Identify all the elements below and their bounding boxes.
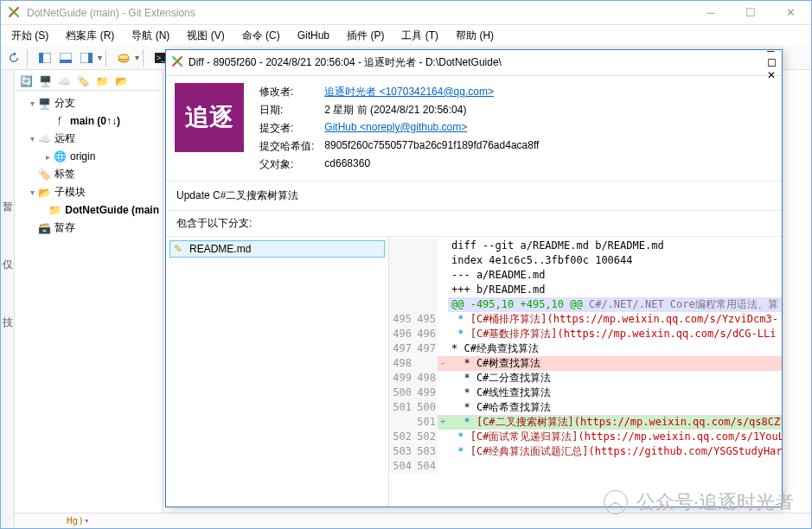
globe-icon: 🌐 <box>53 150 67 163</box>
menu-tools[interactable]: 工具 (T) <box>394 26 445 46</box>
stash-button[interactable] <box>114 48 133 67</box>
minimize-button[interactable]: ─ <box>700 3 721 22</box>
monitor-icon: 🖥️ <box>37 97 51 111</box>
tree-stash[interactable]: 🗃️暂存 <box>16 219 161 237</box>
layout3-button[interactable] <box>77 48 96 67</box>
file-name: README.md <box>189 243 251 255</box>
tree-remotes[interactable]: ▾☁️远程 <box>16 130 161 148</box>
menu-repository[interactable]: 档案库 (R) <box>59 26 121 46</box>
label-committer: 提交者: <box>254 119 319 137</box>
diff-app-icon <box>171 55 183 70</box>
main-titlebar: DotNetGuide (main) - Git Extensions ─ ☐ … <box>1 1 811 25</box>
date-value: 2 星期 前 (2024/8/21 20:56:04) <box>319 101 544 119</box>
layout1-button[interactable] <box>35 48 54 67</box>
tree-tags[interactable]: 🏷️标签 <box>16 165 161 183</box>
sb-cloud-icon[interactable]: ☁️ <box>55 73 73 89</box>
menu-commands[interactable]: 命令 (C) <box>235 26 287 46</box>
left-strip: 暂 仅 技 <box>1 70 15 528</box>
sidebar: 🔄 🖥️ ☁️ 🏷️ 📁 📂 ▾🖥️分支 ᚶmain (0↑↓) ▾☁️远程 ▸… <box>15 70 163 528</box>
sb-tag-icon[interactable]: 🏷️ <box>74 73 92 89</box>
hash-value: 8905f260c7550577ba26c91f189fd76ad4aca8ff <box>319 137 544 156</box>
tree-main-branch[interactable]: ᚶmain (0↑↓) <box>16 112 161 130</box>
diff-file-item[interactable]: ✎ README.md <box>169 240 385 258</box>
refresh-button[interactable] <box>4 48 23 67</box>
diff-window: Diff - 8905f260 - 2024/8/21 20:56:04 - 追… <box>165 49 783 507</box>
parent-value: cd668360 <box>319 156 544 174</box>
tree-origin[interactable]: ▸🌐origin <box>16 148 161 165</box>
label-date: 日期: <box>254 101 319 119</box>
tree-branches[interactable]: ▾🖥️分支 <box>16 94 161 112</box>
label-hash: 提交哈希值: <box>254 137 319 156</box>
svg-point-7 <box>118 54 129 60</box>
svg-rect-3 <box>60 60 72 63</box>
diff-minimize-button[interactable]: ─ <box>767 45 777 57</box>
tree-submodule-item[interactable]: 📁DotNetGuide (main <box>16 201 161 219</box>
watermark: ෴ 公众号·追逐时光者 <box>604 489 794 515</box>
tag-icon: 🏷️ <box>37 168 51 182</box>
sb-folder-icon[interactable]: 📁 <box>93 73 111 89</box>
menu-view[interactable]: 视图 (V) <box>180 26 231 46</box>
diff-files-panel: ✎ README.md <box>166 237 389 507</box>
diff-info: 修改者:追逐时光者 <1070342164@qq.com> 日期:2 星期 前 … <box>254 83 773 174</box>
close-button[interactable]: ✕ <box>780 3 801 22</box>
folder-icon: 📁 <box>48 203 61 217</box>
menu-help[interactable]: 帮助 (H) <box>449 26 501 46</box>
menubar: 开始 (S) 档案库 (R) 导航 (N) 视图 (V) 命令 (C) GitH… <box>1 25 811 46</box>
committer-link[interactable]: GitHub <noreply@github.com> <box>324 121 467 133</box>
modifier-link[interactable]: 追逐时光者 <1070342164@qq.com> <box>324 86 494 98</box>
menu-github[interactable]: GitHub <box>291 27 336 44</box>
maximize-button[interactable]: ☐ <box>740 3 761 22</box>
svg-rect-5 <box>88 53 93 63</box>
sb-folder2-icon[interactable]: 📂 <box>112 73 130 89</box>
app-icon <box>8 6 22 20</box>
commit-message: Update C#二叉搜索树算法 <box>166 182 782 211</box>
menu-plugins[interactable]: 插件 (P) <box>340 26 391 46</box>
folder-open-icon: 📂 <box>37 186 51 200</box>
menu-navigation[interactable]: 导航 (N) <box>125 26 176 46</box>
sb-monitor-icon[interactable]: 🖥️ <box>36 73 54 89</box>
diff-title: Diff - 8905f260 - 2024/8/21 20:56:04 - 追… <box>189 55 767 70</box>
branches-label: 包含于以下分支: <box>166 211 782 237</box>
diff-avatar: 追逐 <box>175 83 244 152</box>
menu-start[interactable]: 开始 (S) <box>4 26 55 46</box>
diff-viewer[interactable]: diff --git a/README.md b/README.mdindex … <box>389 237 782 507</box>
diff-titlebar: Diff - 8905f260 - 2024/8/21 20:56:04 - 追… <box>166 50 782 76</box>
label-parent: 父对象: <box>254 156 319 174</box>
branch-icon: ᚶ <box>53 114 67 128</box>
cloud-icon: ☁️ <box>37 132 51 146</box>
layout2-button[interactable] <box>56 48 75 67</box>
tree-submodules[interactable]: ▾📂子模块 <box>16 183 161 201</box>
sb-refresh-icon[interactable]: 🔄 <box>17 73 35 89</box>
svg-rect-1 <box>39 53 43 63</box>
diff-maximize-button[interactable]: ☐ <box>767 57 777 69</box>
window-title: DotNetGuide (main) - Git Extensions <box>27 7 700 19</box>
pencil-icon: ✎ <box>174 243 186 255</box>
label-modifier: 修改者: <box>254 83 319 101</box>
sidebar-toolbar: 🔄 🖥️ ☁️ 🏷️ 📁 📂 <box>16 72 161 91</box>
stash-icon: 🗃️ <box>37 221 51 235</box>
wechat-icon: ෴ <box>604 490 628 514</box>
